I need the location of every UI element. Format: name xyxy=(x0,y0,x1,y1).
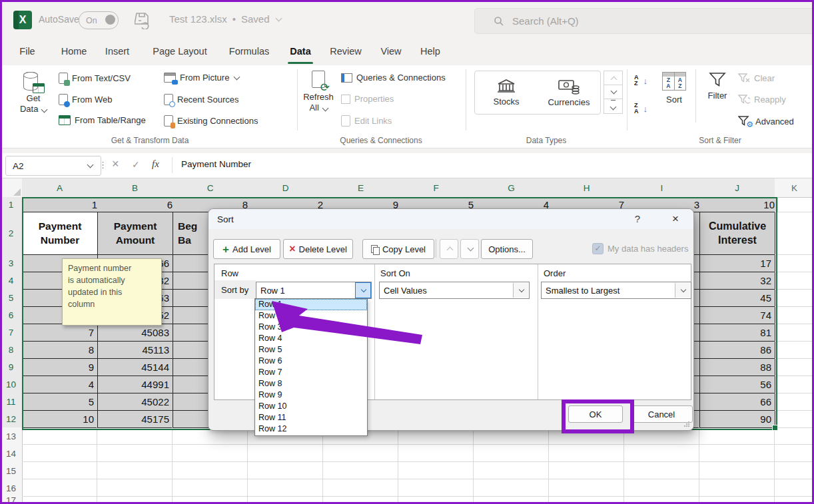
column-header-I[interactable]: I xyxy=(624,178,700,198)
row-header-14[interactable]: 14 xyxy=(0,445,23,463)
move-up-button[interactable] xyxy=(440,239,458,259)
filter-button[interactable]: Filter xyxy=(701,72,734,101)
select-all-corner[interactable] xyxy=(0,178,23,198)
dropdown-option-row2[interactable]: Row 2 xyxy=(255,310,367,322)
currencies-button[interactable]: Currencies xyxy=(538,71,600,114)
cell-A11[interactable]: 5 xyxy=(23,393,98,411)
cell-B12[interactable]: 45175 xyxy=(98,411,173,428)
options-button[interactable]: Options... xyxy=(481,239,533,259)
column-header-K[interactable]: K xyxy=(775,178,814,198)
row-header-4[interactable]: 4 xyxy=(0,272,23,290)
advanced-filter-button[interactable]: ⚙ Advanced xyxy=(738,116,794,126)
stocks-button[interactable]: Stocks xyxy=(475,71,538,114)
cell-J1[interactable]: 10 xyxy=(699,197,778,212)
recent-sources-button[interactable]: Recent Sources xyxy=(164,94,239,105)
tab-review[interactable]: Review xyxy=(330,46,362,57)
gallery-more-button[interactable] xyxy=(604,99,623,114)
formula-content[interactable]: Payment Number xyxy=(181,159,251,169)
cell-B9[interactable]: 45144 xyxy=(98,359,173,376)
row-header-17[interactable]: 17 xyxy=(0,497,23,504)
cell-J3[interactable]: 17 xyxy=(700,255,775,272)
from-web-button[interactable]: From Web xyxy=(59,94,112,105)
cell-A12[interactable]: 10 xyxy=(23,411,98,428)
save-icon[interactable] xyxy=(135,12,151,29)
cell-J7[interactable]: 81 xyxy=(700,324,775,342)
tab-file[interactable]: File xyxy=(19,46,35,57)
combo-dropdown-button[interactable] xyxy=(355,282,371,298)
existing-connections-button[interactable]: Existing Connections xyxy=(164,115,258,126)
insert-function-button[interactable]: fx xyxy=(152,158,159,170)
sort-za-button[interactable]: ZA ↓ xyxy=(634,103,647,115)
from-table-range-button[interactable]: From Table/Range xyxy=(59,115,146,125)
delete-level-button[interactable]: × Delete Level xyxy=(283,239,353,259)
add-level-button[interactable]: + Add Level xyxy=(213,239,280,259)
combo-dropdown-button[interactable] xyxy=(513,283,528,298)
row-header-6[interactable]: 6 xyxy=(0,306,23,324)
autosave-toggle[interactable]: On xyxy=(79,11,119,29)
dropdown-option-row12[interactable]: Row 12 xyxy=(255,423,367,435)
empty-grid-area[interactable] xyxy=(22,427,814,504)
cell-J6[interactable]: 74 xyxy=(700,307,775,324)
cell-J12[interactable]: 90 xyxy=(700,411,775,428)
cell-A1[interactable]: 1 xyxy=(22,197,101,212)
from-picture-button[interactable]: From Picture xyxy=(164,73,239,83)
cell-A2-active[interactable]: PaymentNumber xyxy=(23,212,98,255)
sort-on-combo[interactable]: Cell Values xyxy=(379,282,530,299)
cell-J9[interactable]: 88 xyxy=(700,359,775,376)
dropdown-option-row8[interactable]: Row 8 xyxy=(255,378,367,389)
tab-home[interactable]: Home xyxy=(61,46,87,57)
row-header-1[interactable]: 1 xyxy=(0,197,23,212)
row-header-10[interactable]: 10 xyxy=(0,376,23,393)
copy-level-button[interactable]: Copy Level xyxy=(362,239,434,259)
column-header-A[interactable]: A xyxy=(22,178,98,198)
row-header-8[interactable]: 8 xyxy=(0,341,23,359)
resize-grip[interactable] xyxy=(683,421,690,427)
row-header-5[interactable]: 5 xyxy=(0,289,23,307)
tab-data[interactable]: Data xyxy=(290,46,310,57)
row-header-11[interactable]: 11 xyxy=(0,393,23,411)
sort-az-button[interactable]: AZ ↓ xyxy=(634,75,647,87)
column-header-H[interactable]: H xyxy=(549,178,625,198)
cell-B2[interactable]: PaymentAmount xyxy=(98,212,173,255)
get-data-button[interactable]: Get Data xyxy=(13,71,53,115)
cell-J8[interactable]: 86 xyxy=(700,342,775,359)
tab-page-layout[interactable]: Page Layout xyxy=(153,46,206,57)
order-combo[interactable]: Smallest to Largest xyxy=(541,282,691,299)
column-header-B[interactable]: B xyxy=(97,178,173,198)
more-options-icon[interactable]: ⋮ xyxy=(99,160,107,170)
tab-help[interactable]: Help xyxy=(420,46,440,57)
dropdown-option-row10[interactable]: Row 10 xyxy=(255,401,367,412)
row-header-15[interactable]: 15 xyxy=(0,462,23,480)
search-input[interactable]: Search (Alt+Q) xyxy=(474,8,814,34)
refresh-all-button[interactable]: ⟳ Refresh All xyxy=(301,71,336,114)
cell-J5[interactable]: 45 xyxy=(700,290,775,307)
column-header-E[interactable]: E xyxy=(323,178,399,198)
name-box[interactable]: A2 xyxy=(5,156,101,176)
row-header-16[interactable]: 16 xyxy=(0,479,23,497)
excel-logo-icon[interactable]: X xyxy=(13,11,32,29)
move-down-button[interactable] xyxy=(460,239,479,259)
cell-A8[interactable]: 8 xyxy=(23,342,98,359)
tab-formulas[interactable]: Formulas xyxy=(229,46,269,57)
cell-B10[interactable]: 44991 xyxy=(98,376,173,393)
close-icon[interactable]: × xyxy=(665,212,685,226)
row-header-9[interactable]: 9 xyxy=(0,358,23,376)
dropdown-option-row4[interactable]: Row 4 xyxy=(255,333,367,344)
column-header-F[interactable]: F xyxy=(398,178,474,198)
row-header-12[interactable]: 12 xyxy=(0,410,23,428)
cell-J10[interactable]: 56 xyxy=(700,376,775,393)
dropdown-option-row9[interactable]: Row 9 xyxy=(255,389,367,401)
column-header-C[interactable]: C xyxy=(173,178,248,198)
dropdown-option-row7[interactable]: Row 7 xyxy=(255,367,367,378)
sort-by-combo[interactable]: Row 1 xyxy=(256,282,372,299)
from-text-csv-button[interactable]: From Text/CSV xyxy=(59,73,131,84)
tab-view[interactable]: View xyxy=(380,46,401,57)
help-icon[interactable]: ? xyxy=(629,213,645,226)
dropdown-option-row11[interactable]: Row 11 xyxy=(255,412,367,423)
row-header-3[interactable]: 3 xyxy=(0,254,23,272)
combo-dropdown-button[interactable] xyxy=(675,283,690,298)
cell-B1[interactable]: 6 xyxy=(97,197,177,212)
ok-button[interactable]: OK xyxy=(568,405,623,423)
cell-B7[interactable]: 45083 xyxy=(98,324,173,342)
my-data-has-headers-checkbox[interactable]: ✓ xyxy=(592,243,604,254)
